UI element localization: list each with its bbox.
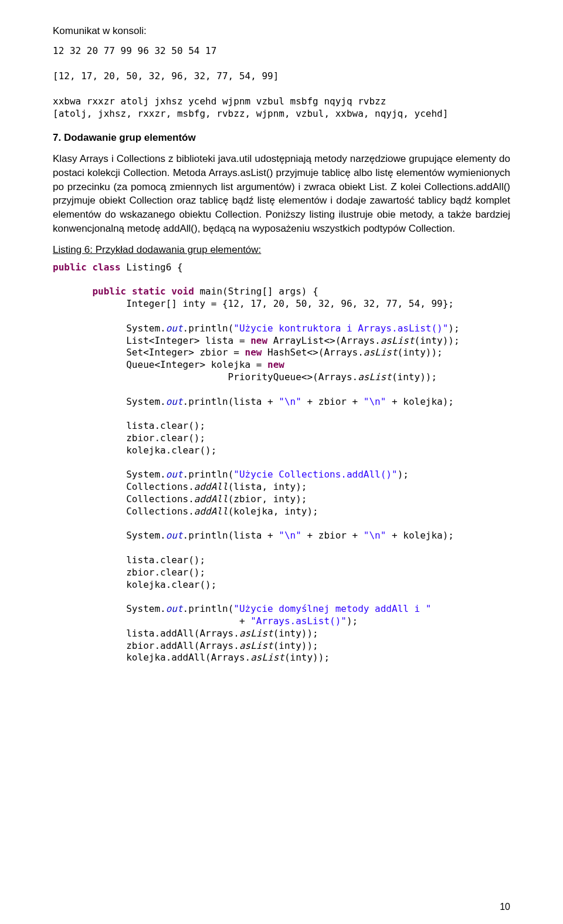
plus-zbior: + zbior + xyxy=(301,530,364,541)
print-concat: System. xyxy=(53,530,166,541)
aslist: asList xyxy=(358,371,392,383)
string-literal: "Arrays.asList()" xyxy=(250,615,347,627)
print-concat: System. xyxy=(53,396,166,407)
kolejka-decl: Queue<Integer> kolejka = xyxy=(53,359,267,370)
indent xyxy=(53,323,126,334)
plus-zbior: + zbior + xyxy=(301,396,364,407)
aslist-arg: (inty)); xyxy=(415,335,460,346)
aslist: asList xyxy=(381,335,415,346)
addall: addAll xyxy=(194,493,228,505)
inty-decl: Integer[] inty = {12, 17, 20, 50, 32, 96… xyxy=(53,298,454,309)
plus-indent: + xyxy=(53,615,250,627)
coll-lista: Collections. xyxy=(53,481,194,492)
string-literal: "Użycie domyślnej metody addAll i " xyxy=(233,603,431,614)
lista-decl: List<Integer> lista = xyxy=(53,335,250,346)
kolejka-decl2: PriorityQueue<>(Arrays. xyxy=(53,371,358,383)
println-open: .println( xyxy=(183,323,234,334)
print-concat2: .println(lista + xyxy=(183,530,279,541)
out-field: out xyxy=(166,469,183,480)
lista-addall: lista.addAll(Arrays. xyxy=(53,628,239,639)
lista-decl2: ArrayList<>(Arrays. xyxy=(267,335,381,346)
coll-kolejka-arg: (kolejka, inty); xyxy=(228,506,318,517)
kolejka-clear: kolejka.clear(); xyxy=(53,579,216,590)
plus-kolejka: + kolejka); xyxy=(386,396,454,407)
console-line: xxbwa rxxzr atolj jxhsz ycehd wjpnm vzbu… xyxy=(53,96,386,107)
string-literal: "Użycie Collections.addAll()" xyxy=(233,469,397,480)
section-heading: 7. Dodawanie grup elementów xyxy=(53,132,510,144)
indent xyxy=(53,286,92,297)
sys: System. xyxy=(126,469,165,480)
print-concat2: .println(lista + xyxy=(183,396,279,407)
plus-kolejka: + kolejka); xyxy=(386,530,454,541)
indent xyxy=(53,603,126,614)
out-field: out xyxy=(166,530,183,541)
keyword-public: public xyxy=(53,262,87,273)
indent xyxy=(53,469,126,480)
aslist-arg: (inty)); xyxy=(398,347,443,358)
class-name: Listing6 xyxy=(126,262,171,273)
console-line: 12 32 20 77 99 96 32 50 54 17 xyxy=(53,45,216,56)
aslist-arg: (inty)); xyxy=(273,628,318,639)
keyword-new: new xyxy=(245,347,262,358)
out-field: out xyxy=(166,396,183,407)
keyword-void: void xyxy=(171,286,194,297)
keyword-new: new xyxy=(250,335,267,346)
keyword-public: public xyxy=(92,286,126,297)
aslist-arg: (inty)); xyxy=(284,652,330,663)
aslist-arg: (inty)); xyxy=(273,640,318,651)
kolejka-clear: kolejka.clear(); xyxy=(53,445,216,456)
zbior-decl: Set<Integer> zbior = xyxy=(53,347,245,358)
kolejka-addall: kolejka.addAll(Arrays. xyxy=(53,652,250,663)
close: ); xyxy=(398,469,409,480)
aslist: asList xyxy=(239,628,273,639)
page-number: 10 xyxy=(500,902,510,912)
keyword-new: new xyxy=(267,359,284,370)
keyword-class: class xyxy=(92,262,120,273)
code-block: public class Listing6 { public static vo… xyxy=(53,262,510,664)
addall: addAll xyxy=(194,506,228,517)
string-nl: "\n" xyxy=(364,530,386,541)
zbior-decl2: HashSet<>(Arrays. xyxy=(262,347,363,358)
console-line: [atolj, jxhsz, rxxzr, msbfg, rvbzz, wjpn… xyxy=(53,108,448,119)
lista-clear: lista.clear(); xyxy=(53,420,205,431)
aslist: asList xyxy=(239,640,273,651)
sys: System. xyxy=(126,323,165,334)
zbior-addall: zbior.addAll(Arrays. xyxy=(53,640,239,651)
out-field: out xyxy=(166,323,183,334)
close: ); xyxy=(448,323,459,334)
string-nl: "\n" xyxy=(364,396,386,407)
aslist-arg: (inty)); xyxy=(392,371,437,383)
out-field: out xyxy=(166,603,183,614)
console-header: Komunikat w konsoli: xyxy=(53,23,510,39)
sys: System. xyxy=(126,603,165,614)
zbior-clear: zbior.clear(); xyxy=(53,432,205,444)
string-literal: "Użycie kontruktora i Arrays.asList()" xyxy=(233,323,448,334)
zbior-clear: zbior.clear(); xyxy=(53,567,205,578)
keyword-static: static xyxy=(132,286,166,297)
section-paragraph: Klasy Arrays i Collections z biblioteki … xyxy=(53,152,510,236)
lista-clear: lista.clear(); xyxy=(53,554,205,566)
string-nl: "\n" xyxy=(279,396,301,407)
coll-lista-arg: (lista, inty); xyxy=(228,481,307,492)
coll-zbior-arg: (zbior, inty); xyxy=(228,493,307,505)
aslist: asList xyxy=(364,347,398,358)
aslist: asList xyxy=(250,652,284,663)
println-open: .println( xyxy=(183,469,234,480)
coll-kolejka: Collections. xyxy=(53,506,194,517)
println-open: .println( xyxy=(183,603,234,614)
console-line: [12, 17, 20, 50, 32, 96, 32, 77, 54, 99] xyxy=(53,70,279,82)
close: ); xyxy=(347,615,358,627)
main-sig: main(String[] args) { xyxy=(194,286,318,297)
console-output: 12 32 20 77 99 96 32 50 54 17 [12, 17, 2… xyxy=(53,45,510,121)
coll-zbior: Collections. xyxy=(53,493,194,505)
listing-label: Listing 6: Przykład dodawania grup eleme… xyxy=(53,244,510,256)
addall: addAll xyxy=(194,481,228,492)
string-nl: "\n" xyxy=(279,530,301,541)
